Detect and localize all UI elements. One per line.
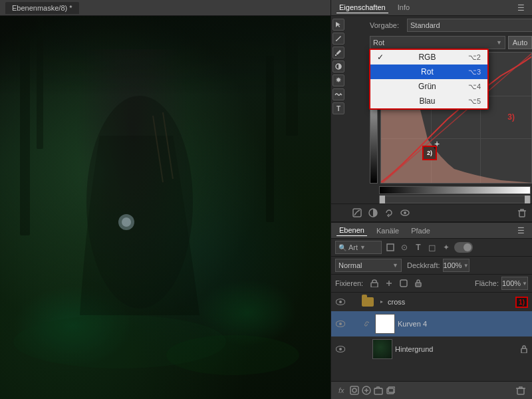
fill-value[interactable]: 100% ▼	[501, 277, 528, 290]
channel-dropdown-menu[interactable]: ✓ RGB ⌥2 Rot ⌥3 Grün	[369, 49, 489, 110]
add-adj-svg	[362, 386, 371, 395]
lock-position-icon[interactable]	[383, 277, 395, 289]
lock-artboard-icon[interactable]	[398, 277, 410, 289]
tab-kanaele[interactable]: Kanäle	[374, 225, 402, 236]
cursor-icon	[334, 21, 342, 29]
add-group-icon[interactable]	[372, 384, 384, 396]
svg-rect-19	[387, 244, 394, 251]
curves-darken-tool[interactable]	[332, 61, 344, 72]
channel-dropdown[interactable]: Rot ▼ ✓ RGB ⌥2 Rot	[370, 36, 505, 49]
input-slider[interactable]	[379, 196, 531, 203]
add-adjustment-icon[interactable]	[360, 384, 372, 396]
canvas-image	[0, 16, 331, 399]
expand-svg	[379, 299, 384, 305]
filter-label: Art	[348, 243, 358, 251]
filter-icon-type[interactable]: T	[412, 241, 424, 253]
curves-text-tool[interactable]: T	[332, 102, 344, 114]
opacity-value[interactable]: 100% ▼	[443, 259, 469, 272]
layer-hintergrund-name: Hintergrund	[395, 345, 517, 353]
svg-rect-9	[286, 16, 298, 136]
layer-lock-hintergrund	[520, 345, 528, 353]
trash-svg	[517, 208, 527, 217]
curves-main: Vorgabe: Standard ▼ Rot ▼ ✓	[350, 16, 532, 203]
eyedropper-icon	[334, 49, 342, 57]
artboard-svg	[400, 279, 408, 287]
tab-ebenen[interactable]: Ebenen	[336, 225, 367, 236]
filter-icon-smart[interactable]: ✦	[440, 241, 452, 253]
add-mask-icon[interactable]	[348, 384, 360, 396]
layer-hintergrund[interactable]: Hintergrund	[331, 336, 532, 362]
filter-toggle[interactable]	[454, 242, 473, 253]
wave-icon	[334, 90, 342, 98]
panel-options: ☰	[515, 2, 527, 14]
canvas-tab[interactable]: Ebenenmaske/8) *	[5, 2, 79, 14]
slider-row	[370, 196, 532, 203]
folder-icon	[362, 297, 374, 307]
channel-option-blau[interactable]: Blau ⌥5	[370, 94, 487, 108]
layer-visibility-cross[interactable]	[335, 297, 346, 307]
eye-icon-cross	[336, 299, 345, 305]
refresh-icon[interactable]	[383, 207, 395, 219]
delete-layer-icon[interactable]	[515, 384, 527, 396]
filter-box[interactable]: 🔍 Art ▼	[335, 241, 382, 254]
presets-dropdown[interactable]: Standard ▼	[407, 19, 532, 32]
channel-option-gruen[interactable]: Grün ⌥4	[370, 79, 487, 94]
horizontal-gradient-bar	[379, 186, 531, 194]
curves-select-tool[interactable]	[332, 19, 344, 31]
layer-group-cross[interactable]: cross 1)	[331, 293, 532, 311]
slider-handle-right[interactable]	[525, 196, 530, 203]
presets-value: Standard	[410, 21, 440, 29]
pencil-icon	[334, 35, 342, 43]
channel-arrow: ▼	[496, 39, 502, 46]
filter-icon-shape[interactable]: ◻	[426, 241, 438, 253]
annotation-3-label: 3)	[507, 112, 515, 122]
layers-menu-icon[interactable]: ☰	[515, 225, 527, 237]
channel-option-rgb-shortcut: ⌥2	[468, 53, 481, 62]
channel-option-rgb[interactable]: ✓ RGB ⌥2	[370, 50, 487, 65]
add-group-svg	[374, 386, 383, 395]
svg-rect-22	[416, 283, 421, 287]
lock-pixels-icon[interactable]	[368, 277, 380, 289]
channel-option-rot[interactable]: Rot ⌥3	[370, 65, 487, 79]
tab-info[interactable]: Info	[395, 2, 412, 13]
annotation-box-2: 2)	[422, 146, 437, 160]
curves-lighten-tool[interactable]	[332, 74, 344, 86]
add-curve-point-icon[interactable]	[351, 207, 363, 219]
layer-visibility-hintergrund[interactable]	[335, 344, 346, 354]
filter-icon-adjust[interactable]: ⊙	[398, 241, 410, 253]
filter-icon-pixel[interactable]	[384, 241, 396, 253]
blend-mode-dropdown[interactable]: Normal ▼	[335, 259, 402, 272]
lock-all-icon[interactable]	[412, 277, 424, 289]
curves-edit-tool[interactable]	[332, 33, 344, 45]
layer-link-kurven4[interactable]	[362, 319, 372, 329]
mask-icon[interactable]	[367, 207, 379, 219]
add-layer-svg	[386, 386, 395, 395]
tab-pfade[interactable]: Pfade	[408, 225, 433, 236]
delete-layer-svg	[516, 386, 525, 395]
properties-section: Eigenschaften Info ☰	[331, 0, 532, 223]
mask-svg	[368, 208, 378, 217]
tab-eigenschaften[interactable]: Eigenschaften	[336, 2, 388, 13]
trash-icon[interactable]	[516, 207, 528, 219]
expand-icon[interactable]	[378, 299, 385, 305]
add-style-icon[interactable]: fx	[336, 384, 348, 396]
auto-button[interactable]: Auto	[508, 36, 532, 49]
svg-rect-0	[0, 16, 331, 96]
opacity-text: 100%	[443, 261, 462, 269]
layer-visibility-kurven4[interactable]	[335, 319, 346, 329]
slider-handle-left[interactable]	[380, 196, 385, 203]
add-layer-icon[interactable]	[384, 384, 396, 396]
panel-menu-icon[interactable]: ☰	[515, 2, 527, 14]
curves-smooth-tool[interactable]	[332, 88, 344, 100]
layers-menu: ☰	[515, 225, 527, 237]
svg-rect-31	[517, 388, 524, 394]
channel-option-gruen-shortcut: ⌥4	[468, 82, 481, 91]
spacer	[370, 185, 378, 194]
svg-point-5	[166, 335, 299, 375]
fx-icon: fx	[338, 386, 347, 395]
eye-icon-action[interactable]	[399, 207, 411, 219]
layer-kurven4[interactable]: Kurven 4	[331, 311, 532, 336]
channel-option-blau-label: Blau	[419, 96, 435, 106]
channel-option-blau-shortcut: ⌥5	[468, 97, 481, 106]
curves-sample-tool[interactable]	[332, 47, 344, 59]
